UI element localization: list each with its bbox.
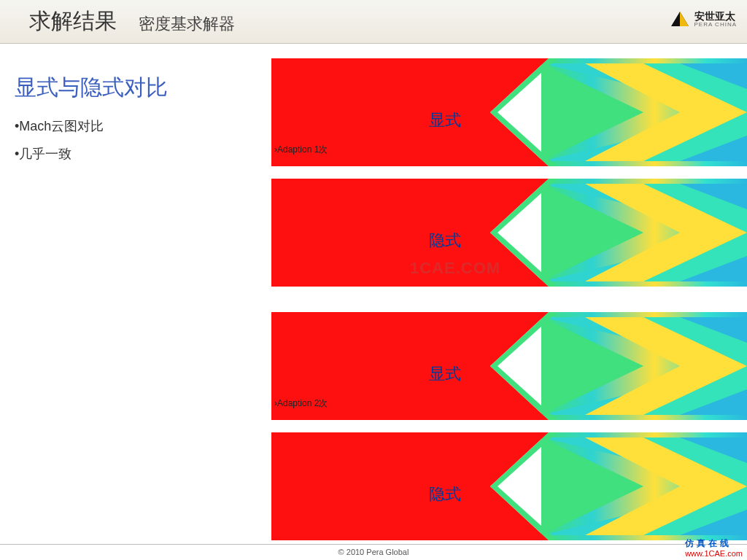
contour-explicit: 显式 xyxy=(271,312,747,420)
footer-bar: © 2010 Pera Global 仿真在线 www.1CAE.com xyxy=(0,544,747,560)
brand-corner: 仿真在线 www.1CAE.com xyxy=(685,538,743,559)
label-explicit: 显式 xyxy=(429,363,461,385)
copyright-text: © 2010 Pera Global xyxy=(338,548,409,556)
slide: 求解结果 密度基求解器 安世亚太 PERA CHINA 显式与隐式对比 •Mac… xyxy=(0,0,747,560)
svg-marker-65 xyxy=(271,486,549,540)
logo-subname: PERA CHINA xyxy=(694,21,737,28)
contour-panel-adaption1: ›Adaption 1次 1CAE.COM xyxy=(271,47,747,289)
page-subtitle: 密度基求解器 xyxy=(139,13,235,35)
label-implicit: 隐式 xyxy=(429,483,461,505)
adaption-label-2: ›Adaption 2次 xyxy=(274,397,328,410)
contour-implicit: 隐式 xyxy=(271,432,747,540)
brand-url: www.1CAE.com xyxy=(685,549,743,559)
mach-contour-icon xyxy=(271,58,747,166)
left-column: 显式与隐式对比 •Mach云图对比 •几乎一致 xyxy=(0,66,248,180)
contour-explicit: 显式 xyxy=(271,58,747,166)
label-implicit: 隐式 xyxy=(429,230,461,252)
brand-cn: 仿真在线 xyxy=(685,538,743,548)
adaption-label-1: ›Adaption 1次 xyxy=(274,144,328,156)
svg-marker-57 xyxy=(271,432,549,486)
mach-contour-icon xyxy=(271,312,747,420)
svg-marker-25 xyxy=(271,179,549,233)
svg-marker-49 xyxy=(271,366,549,420)
watermark-text: 1CAE.COM xyxy=(410,259,500,278)
logo-name: 安世亚太 xyxy=(694,11,737,21)
comparison-heading: 显式与隐式对比 xyxy=(15,73,233,103)
header-bar: 求解结果 密度基求解器 安世亚太 PERA CHINA xyxy=(0,0,747,44)
contour-area: ›Adaption 1次 1CAE.COM xyxy=(271,47,747,544)
mach-contour-icon xyxy=(271,432,747,540)
bullet-item: •几乎一致 xyxy=(15,145,233,163)
svg-marker-41 xyxy=(271,312,549,366)
logo-text-block: 安世亚太 PERA CHINA xyxy=(694,11,737,28)
svg-marker-1 xyxy=(680,12,689,26)
bullet-item: •Mach云图对比 xyxy=(15,117,233,135)
svg-marker-8 xyxy=(271,58,549,112)
pera-logo: 安世亚太 PERA CHINA xyxy=(670,10,737,28)
triangle-icon xyxy=(670,10,690,28)
contour-panel-adaption2: ›Adaption 2次 xyxy=(271,301,747,543)
mach-contour-icon xyxy=(271,179,747,287)
contour-implicit: 隐式 xyxy=(271,179,747,287)
page-title: 求解结果 xyxy=(29,7,117,36)
label-explicit: 显式 xyxy=(429,109,461,131)
